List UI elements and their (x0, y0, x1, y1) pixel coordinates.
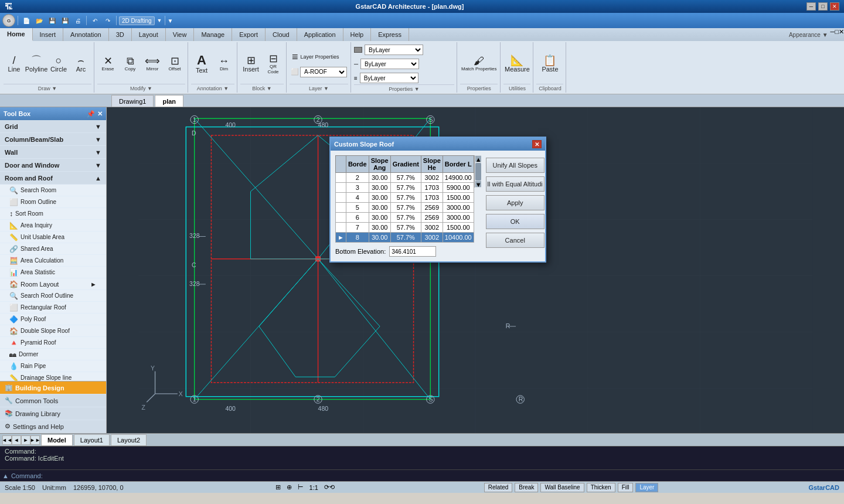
layer-select[interactable]: A-ROOF (300, 67, 347, 77)
toolbox-room-roof[interactable]: Room and Roof▲ (0, 172, 106, 185)
paste-button[interactable]: 📋 Paste (539, 49, 560, 79)
tab-layout1[interactable]: Layout1 (74, 434, 110, 446)
tab-express[interactable]: Express (371, 28, 409, 41)
insert-button[interactable]: ⊞ Insert (240, 49, 261, 79)
tab-export[interactable]: Export (232, 28, 266, 41)
tab-application[interactable]: Application (297, 28, 343, 41)
tab-insert[interactable]: Insert (33, 28, 64, 41)
toolbox-sort-room[interactable]: ↕Sort Room (0, 208, 106, 220)
toolbox-double-slope[interactable]: 🏠Double Slope Roof (0, 325, 106, 337)
command-input[interactable] (43, 472, 842, 479)
ribbon-close[interactable]: ✕ (839, 28, 844, 41)
tab-manage[interactable]: Manage (194, 28, 232, 41)
break-button[interactable]: Break (515, 483, 538, 492)
tab-help[interactable]: Help (343, 28, 372, 41)
tab-3d[interactable]: 3D (109, 28, 132, 41)
circle-button[interactable]: ○ Circle (48, 49, 69, 79)
workspace-dropdown[interactable]: 2D Drafting (119, 16, 155, 25)
toolbox-rain-pipe[interactable]: 💧Rain Pipe (0, 360, 106, 372)
ok-button[interactable]: OK (486, 214, 544, 229)
toolbox-wall[interactable]: Wall▼ (0, 146, 106, 159)
save-as-button[interactable]: 💾 (59, 15, 71, 26)
minimize-button[interactable]: ─ (806, 2, 816, 11)
toolbox-dormer[interactable]: 🏘Dormer (0, 349, 106, 360)
canvas-area[interactable]: X Y Z C D D (107, 107, 844, 433)
nav-next[interactable]: ► (21, 435, 30, 445)
cancel-button[interactable]: Cancel (486, 233, 544, 248)
layer-props-button[interactable]: ≡ Layer Properties (290, 49, 342, 64)
qrcode-button[interactable]: ⊟ QR Code (263, 49, 284, 79)
table-row[interactable]: ► 8 30.00 57.7% 3002 10400.00 (336, 233, 474, 243)
open-button[interactable]: 📂 (33, 15, 45, 26)
new-button[interactable]: 📄 (21, 15, 32, 26)
app-menu-button[interactable]: G (2, 14, 15, 27)
appearance-menu[interactable]: Appearance ▼ (787, 28, 831, 41)
print-button[interactable]: 🖨 (72, 15, 84, 26)
toolbox-settings-help[interactable]: ⚙ Settings and Help (0, 420, 107, 433)
maximize-button[interactable]: □ (818, 2, 828, 11)
bottom-elevation-input[interactable] (389, 246, 436, 257)
dim-button[interactable]: ↔ Dim (213, 49, 234, 79)
table-row[interactable]: 7 30.00 57.7% 3002 1500.00 (336, 223, 474, 233)
ribbon-max[interactable]: □ (835, 28, 839, 41)
save-button[interactable]: 💾 (46, 15, 58, 26)
table-row[interactable]: 2 30.00 57.7% 3002 14900.00 (336, 173, 474, 183)
table-row[interactable]: 4 30.00 57.7% 1703 1500.00 (336, 193, 474, 203)
toolbox-drawing-library[interactable]: 📚 Drawing Library (0, 407, 107, 420)
toolbox-column-beam[interactable]: Column/Beam/Slab▼ (0, 133, 106, 146)
unify-all-slopes-button[interactable]: Unify All Slopes (486, 158, 544, 173)
table-row[interactable]: 3 30.00 57.7% 1703 5900.00 (336, 183, 474, 193)
polyline-button[interactable]: ⌒ Polyline (26, 49, 47, 79)
toolbox-close[interactable]: ✕ (97, 110, 103, 118)
toolbox-pin[interactable]: 📌 (87, 110, 95, 118)
toolbox-shared-area[interactable]: 🔗Shared Area (0, 243, 106, 255)
toolbox-rect-roof[interactable]: ⬜Rectangular Roof (0, 302, 106, 314)
undo-button[interactable]: ↶ (89, 15, 101, 26)
offset-button[interactable]: ⊡ Offset (164, 49, 185, 79)
wall-baseline-button[interactable]: Wall Baseline (540, 483, 584, 492)
tab-cloud[interactable]: Cloud (266, 28, 297, 41)
toolbox-door-window[interactable]: Door and Window▼ (0, 159, 106, 172)
thicken-button[interactable]: Thicken (587, 483, 615, 492)
layer-button[interactable]: Layer (635, 483, 658, 492)
tab-model[interactable]: Model (41, 434, 73, 446)
table-scrollbar[interactable]: ▲ ▼ (474, 155, 481, 188)
color-select[interactable]: ByLayer (365, 45, 423, 55)
doc-tab-drawing1[interactable]: Drawing1 (111, 95, 154, 107)
toolbox-area-inquiry[interactable]: 📐Area Inquiry (0, 220, 106, 231)
erase-button[interactable]: ✕ Erase (97, 49, 118, 79)
toolbox-area-calc[interactable]: 🧮Area Culculation (0, 255, 106, 267)
tab-layout[interactable]: Layout (132, 28, 166, 41)
table-row[interactable]: 5 30.00 57.7% 2569 3000.00 (336, 203, 474, 213)
toolbox-unit-usable[interactable]: 📏Unit Usable Area (0, 231, 106, 243)
linetype-select[interactable]: ByLayer (360, 59, 419, 69)
line-button[interactable]: / Line (4, 49, 25, 79)
scroll-thumb[interactable] (475, 163, 481, 181)
tab-view[interactable]: View (166, 28, 195, 41)
snap-btn[interactable]: ⊕ (285, 483, 294, 491)
nav-prev[interactable]: ◄ (12, 435, 21, 445)
toolbox-pyramid-roof[interactable]: 🔺Pyramid Roof (0, 337, 106, 349)
fill-button[interactable]: Fill (618, 483, 634, 492)
toolbox-building-design[interactable]: 🏢 Building Design (0, 382, 107, 394)
ratio-btn[interactable]: 1:1 (308, 484, 320, 491)
toolbox-search-room[interactable]: 🔍Search Room (0, 185, 106, 196)
toolbox-room-layout[interactable]: 🏠Room Layout► (0, 278, 106, 290)
match-props-button[interactable]: 🖌 Match Properties (460, 49, 498, 79)
toolbox-room-outline[interactable]: ⬜Room Outline (0, 196, 106, 208)
nav-first[interactable]: ◄◄ (2, 435, 12, 445)
measure-button[interactable]: 📐 Measure (506, 49, 528, 79)
mirror-button[interactable]: ⟺ Mirror (142, 49, 163, 79)
scroll-up-icon[interactable]: ▲ (2, 472, 9, 479)
toolbox-grid[interactable]: Grid▼ (0, 120, 106, 133)
toolbox-area-stat[interactable]: 📊Area Statistic (0, 267, 106, 278)
copy-button[interactable]: ⧉ Copy (120, 49, 141, 79)
tab-layout2[interactable]: Layout2 (111, 434, 147, 446)
tab-home[interactable]: Home (0, 28, 33, 41)
toolbox-poly-roof[interactable]: 🔷Poly Roof (0, 314, 106, 325)
equal-altitude-button[interactable]: ll with Equal Altitudi (486, 176, 544, 192)
toolbox-common-tools[interactable]: 🔧 Common Tools (0, 394, 107, 407)
options-btn[interactable]: ▼ (168, 18, 173, 24)
angle-btns[interactable]: ⟳⟲ (322, 483, 336, 491)
close-button[interactable]: ✕ (830, 2, 839, 11)
